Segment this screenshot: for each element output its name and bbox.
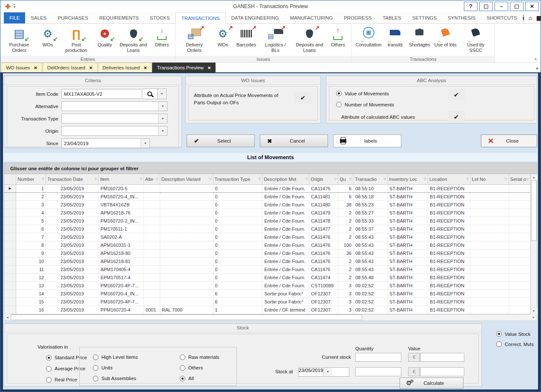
value-of-movements-radio[interactable]: Value of Movements (336, 91, 389, 96)
menu-tab-data-engineering[interactable]: DATA ENGINEERING (226, 12, 285, 23)
calculate-button[interactable]: ⚙ ⚙ Calculate (400, 378, 463, 389)
movement-row-5[interactable]: 523/05/2019PM160720-2_IN...0Entrée / Cde… (4, 217, 530, 225)
ribbon-item-delivery-orders[interactable]: ↗Delivery Orders (177, 26, 211, 53)
column-header-description-variant[interactable]: Description Variant▽ (160, 174, 213, 184)
menu-tab-file[interactable]: FILE (4, 12, 25, 23)
movement-row-1[interactable]: ▶123/05/2019PM160720-50Entrée / Cde Four… (4, 184, 530, 192)
menu-tab-sales[interactable]: SALES (25, 12, 52, 23)
doc-tab-wo-issues[interactable]: WO Issues✕ (1, 63, 42, 72)
ribbon-item-used-by-sscc[interactable]: ←→Used by SSCC (459, 26, 493, 53)
home-icon[interactable]: ⌂ (529, 14, 532, 21)
current-stock-quantity-input[interactable] (355, 353, 401, 362)
wo-issues-check-button[interactable]: ✔ (294, 92, 311, 104)
ribbon-item-deposits-and-loans[interactable]: ↙Deposits and Loans (116, 26, 150, 53)
alternative-select[interactable]: ▾ (61, 101, 167, 111)
filter-funnel-icon[interactable]: ▽ (526, 177, 529, 181)
chevron-down-icon[interactable]: ▾ (323, 368, 332, 376)
raw-materials-radio[interactable]: Raw materials (180, 355, 219, 360)
column-header-serial-o[interactable]: Serial o▽ (509, 174, 530, 184)
since-date-select[interactable]: 23/04/2019▾ (61, 138, 150, 148)
help-button[interactable]: ? (464, 2, 478, 11)
ribbon-item-logistics-bls[interactable]: ↗Logistics / BLs (258, 26, 292, 53)
column-header-item[interactable]: Item▽ (98, 174, 144, 184)
filter-funnel-icon[interactable]: ▽ (42, 177, 44, 181)
ribbon-item-consultation[interactable]: ←→Consultation (353, 26, 383, 48)
row-header-cell[interactable] (4, 249, 16, 257)
row-header-cell[interactable] (4, 265, 16, 273)
ribbon-item-shortages[interactable]: ←→Shortages (407, 26, 432, 48)
close-window-button[interactable]: ✕ (525, 2, 539, 11)
value-stock-radio[interactable]: Value Stock (496, 331, 534, 337)
column-header-transaction-date[interactable]: Transaction Date▽ (46, 174, 99, 184)
close-tab-icon[interactable]: ✕ (207, 66, 211, 70)
high-level-items-radio[interactable]: High Level Items (93, 355, 138, 360)
column-header-location[interactable]: Location▽ (428, 174, 470, 184)
menu-tab-manufacturing[interactable]: MANUFACTURING (285, 12, 338, 23)
column-header-description-mvt[interactable]: Description Mvt▽ (262, 174, 309, 184)
filter-funnel-icon[interactable]: ▽ (156, 177, 158, 181)
movement-row-6[interactable]: 623/05/2019PM170511-10Entrée / Cde Fourn… (4, 225, 530, 233)
chevron-down-icon[interactable]: ▾ (158, 126, 167, 135)
filter-funnel-icon[interactable]: ▽ (349, 177, 352, 181)
info-icon[interactable]: i (523, 14, 524, 21)
labels-button[interactable]: labels (333, 134, 401, 147)
stock-at-date-select[interactable]: 23/05/2019▾ (298, 367, 349, 377)
menu-tab-stocks[interactable]: STOCKS (144, 12, 176, 23)
column-header-transaction-type[interactable]: Transaction Type▽ (213, 174, 262, 184)
row-header-cell[interactable] (4, 209, 16, 217)
column-header-transactio[interactable]: Transactio▽ (354, 174, 388, 184)
menu-tab-transactions[interactable]: TRANSACTIONS (176, 12, 226, 24)
menu-tab-purchases[interactable]: PURCHASES (52, 12, 94, 23)
close-button[interactable]: ✕Close (481, 134, 537, 147)
cancel-button[interactable]: ✖Cancel (260, 134, 328, 147)
others-radio[interactable]: Others (180, 365, 203, 371)
row-header-cell[interactable] (4, 298, 16, 306)
ribbon-item-post-production[interactable]: ↙Post production (59, 26, 93, 53)
movement-row-11[interactable]: 1123/05/2019APM170405-40Entrée / Cde Fou… (4, 265, 530, 273)
chevron-down-icon[interactable]: ▾ (141, 139, 150, 148)
movement-row-8[interactable]: 823/05/2019APM160331-10Entrée / Cde Four… (4, 241, 530, 249)
ribbon-collapse-icon[interactable]: ∧ (534, 57, 537, 61)
filter-funnel-icon[interactable]: ▽ (258, 177, 261, 181)
menu-tab-settings[interactable]: SETTINGS (407, 12, 443, 23)
transaction-type-select[interactable]: ▾ (61, 114, 167, 123)
filter-funnel-icon[interactable]: ▽ (383, 177, 386, 181)
row-header-cell[interactable] (4, 257, 16, 265)
column-header-number[interactable]: Number▽ (16, 174, 46, 184)
doc-tab-transactions-preview[interactable]: Transactions Preview✕ (152, 63, 216, 72)
movement-row-9[interactable]: 923/05/2019APM16218-800Entrée / Cde Four… (4, 249, 530, 257)
movement-row-16[interactable]: 1623/05/2019PPM160720-40001RAL 70001Entr… (4, 306, 530, 314)
menu-tab-synthesis[interactable]: SYNTHESIS (442, 12, 481, 23)
filter-funnel-icon[interactable]: ▽ (305, 177, 308, 181)
column-header-inventory-loc[interactable]: Inventory Loc▽ (388, 174, 428, 184)
close-tab-icon[interactable]: ✕ (89, 66, 92, 70)
doc-tab-delorders-issued[interactable]: DelOrders Issued✕ (43, 63, 98, 72)
scroll-left-icon[interactable]: ◂ (4, 314, 11, 320)
ribbon-item-quality[interactable]: ↙Quality (93, 26, 116, 48)
scroll-right-icon[interactable]: ▸ (530, 314, 537, 320)
filter-funnel-icon[interactable]: ▽ (140, 177, 142, 181)
row-header-cell[interactable] (4, 225, 16, 233)
row-header-cell[interactable] (4, 200, 16, 209)
group-by-bar[interactable]: Glisser une entête de colonne ici pour g… (4, 163, 537, 174)
row-header-cell[interactable] (4, 241, 16, 249)
ribbon-item-others[interactable]: Others (150, 26, 173, 48)
movement-row-4[interactable]: 423/05/2019APM16218-760Entrée / Cde Four… (4, 209, 530, 217)
minimize-button[interactable]: – (495, 2, 508, 11)
menu-tab-progress[interactable]: PROGRESS (338, 12, 377, 23)
scroll-down-icon[interactable]: ▾ (531, 308, 537, 314)
movement-row-7[interactable]: 723/05/2019SA0202-A0Entrée / Cde Fourn.C… (4, 233, 530, 241)
column-header-lot-no[interactable]: Lot No▽ (470, 174, 509, 184)
real-price-radio[interactable]: Real Price (46, 377, 77, 383)
item-code-search-button[interactable] (142, 89, 158, 99)
all-radio[interactable]: All (180, 376, 194, 381)
movement-row-2[interactable]: 223/05/2019PM160720-4_IN...0Entrée / Cde… (4, 192, 530, 200)
close-tab-icon[interactable]: ✕ (34, 66, 37, 70)
horizontal-scrollbar[interactable]: ◂ ▸ (4, 315, 537, 321)
current-row-pointer[interactable]: ▶ (4, 184, 16, 192)
correct-mvts-radio[interactable]: Correct. Mvts (496, 341, 534, 347)
vertical-scroll-thumb[interactable] (531, 180, 537, 241)
ribbon-item-barcodes[interactable]: ↗Barcodes (234, 26, 258, 48)
close-tab-icon[interactable]: ✕ (144, 66, 147, 70)
movement-row-14[interactable]: 1423/05/2019PM160720-4_IN...6Sortie pour… (4, 289, 530, 298)
